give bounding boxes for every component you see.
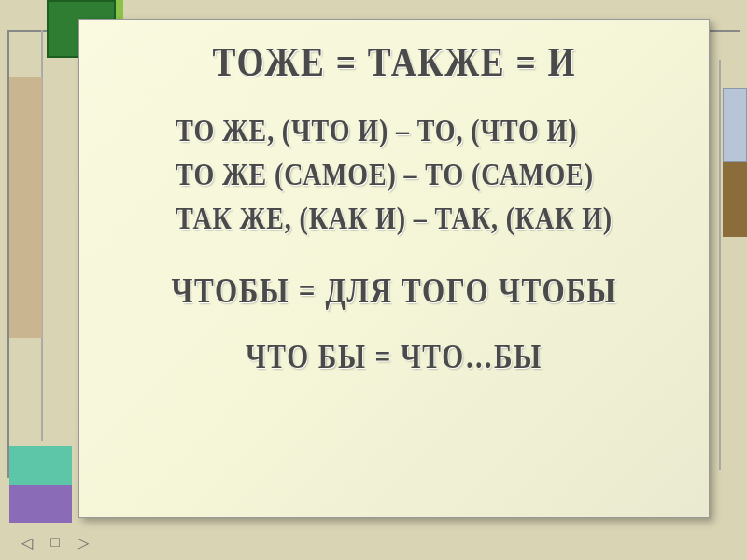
- decoration-blue: [723, 88, 747, 162]
- subtitle-1: ЧТОБЫ = ДЛЯ ТОГО ЧТОБЫ: [171, 270, 616, 311]
- decoration-cyan: [9, 446, 72, 485]
- decoration-brown: [723, 162, 747, 237]
- nav-reset-icon[interactable]: □: [47, 534, 63, 551]
- rule-line-2: ТО ЖЕ (САМОЕ) – ТО (САМОЕ): [176, 158, 613, 192]
- border-right: [719, 60, 721, 470]
- decoration-purple: [9, 485, 72, 523]
- rule-line-1: ТО ЖЕ, (ЧТО И) – ТО, (ЧТО И): [176, 114, 613, 148]
- nav-controls: ◁ □ ▷: [19, 534, 92, 551]
- subtitle-2: ЧТО БЫ = ЧТО…БЫ: [246, 337, 543, 376]
- rules-block: ТО ЖЕ, (ЧТО И) – ТО, (ЧТО И) ТО ЖЕ (САМО…: [137, 114, 651, 236]
- slide-title: ТОЖЕ = ТАКЖЕ = И: [212, 38, 576, 86]
- nav-prev-icon[interactable]: ◁: [19, 534, 35, 551]
- rule-line-3: ТАК ЖЕ, (КАК И) – ТАК, (КАК И): [176, 202, 613, 236]
- decoration-beige: [9, 77, 42, 338]
- content-card: ТОЖЕ = ТАКЖЕ = И ТО ЖЕ, (ЧТО И) – ТО, (Ч…: [78, 19, 710, 518]
- nav-next-icon[interactable]: ▷: [75, 534, 92, 551]
